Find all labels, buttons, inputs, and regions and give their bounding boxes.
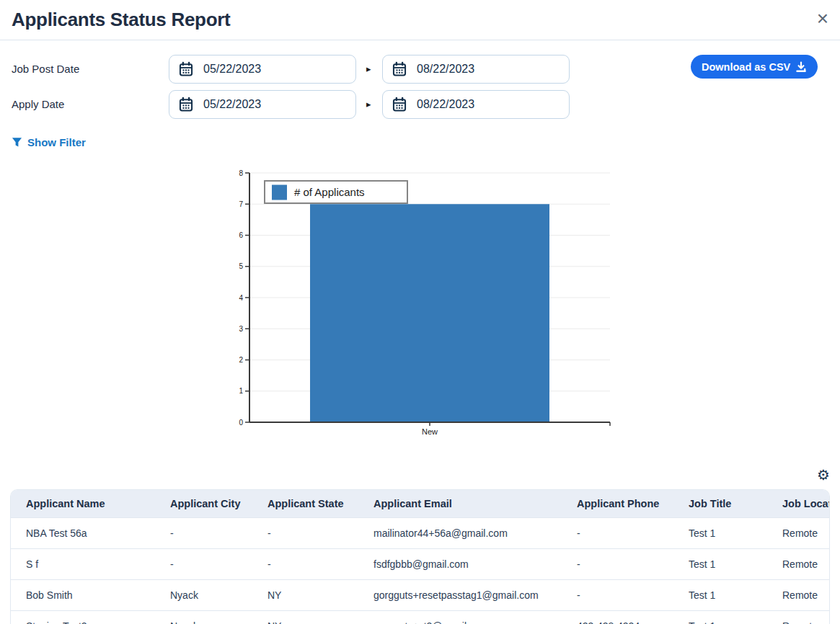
table-cell: Test 1: [674, 610, 768, 624]
filter-icon: [12, 137, 22, 148]
table-cell: Remote: [768, 517, 830, 548]
show-filter-label: Show Filter: [27, 136, 86, 148]
range-arrow-icon: ▸: [366, 63, 371, 74]
table-cell: Staging Test2: [11, 610, 156, 624]
table-cell: NBA Test 56a: [11, 517, 156, 548]
dialog-header: Applicants Status Report ×: [0, 0, 840, 40]
close-icon[interactable]: ×: [817, 7, 828, 30]
table-cell: -: [156, 517, 253, 548]
table-row: Bob SmithNyackNYgorgguts+resetpasstag1@g…: [11, 579, 830, 610]
date-value: 08/22/2023: [417, 63, 474, 76]
table-cell: -: [562, 579, 674, 610]
table-cell: Nyack: [156, 610, 253, 624]
download-csv-label: Download as CSV: [702, 61, 790, 73]
table-cell: fsdfgbbb@gmail.com: [359, 548, 562, 579]
svg-text:0: 0: [239, 419, 243, 427]
range-arrow-icon: ▸: [366, 99, 371, 110]
column-header: Applicant Phone: [562, 490, 674, 517]
table-row: NBA Test 56a--mailinator44+56a@gmail.com…: [11, 517, 830, 548]
column-header: Applicant Email: [359, 490, 562, 517]
svg-text:2: 2: [239, 356, 243, 364]
column-header: Job Title: [674, 490, 768, 517]
table-cell: Remote: [768, 610, 830, 624]
svg-text:5: 5: [239, 262, 243, 270]
svg-text:3: 3: [239, 325, 243, 333]
calendar-icon: [392, 97, 407, 112]
job-post-date-label: Job Post Date: [12, 63, 79, 75]
show-filter-toggle[interactable]: Show Filter: [12, 136, 86, 148]
table-cell: -: [562, 548, 674, 579]
date-value: 05/22/2023: [203, 98, 261, 111]
svg-text:New: New: [422, 427, 438, 436]
table-cell: Test 1: [674, 517, 768, 548]
svg-text:8: 8: [239, 169, 243, 177]
job-post-date-start-input[interactable]: 05/22/2023: [169, 55, 356, 84]
table-header-row: Applicant NameApplicant CityApplicant St…: [11, 490, 830, 517]
table-body: NBA Test 56a--mailinator44+56a@gmail.com…: [11, 517, 830, 624]
table-cell: 423-438-4324: [562, 610, 674, 624]
table-header: Applicant NameApplicant CityApplicant St…: [11, 490, 830, 517]
table-cell: mailinator44+56a@gmail.com: [359, 517, 562, 548]
applicants-status-report-dialog: Applicants Status Report × Job Post Date…: [0, 0, 840, 624]
table-cell: -: [156, 548, 253, 579]
column-header: Applicant City: [156, 490, 253, 517]
column-header: Job Location: [768, 490, 830, 517]
date-value: 08/22/2023: [417, 98, 474, 111]
calendar-icon: [178, 97, 194, 112]
table-cell: Bob Smith: [11, 579, 156, 610]
download-csv-button[interactable]: Download as CSV: [691, 55, 818, 79]
chart-canvas: 012345678New# of Applicants: [231, 167, 620, 441]
table-cell: Nyack: [156, 579, 253, 610]
table-cell: -: [562, 517, 674, 548]
applicants-table: Applicant NameApplicant CityApplicant St…: [11, 490, 830, 624]
table-cell: Remote: [768, 579, 830, 610]
applicants-table-container: Applicant NameApplicant CityApplicant St…: [10, 489, 830, 624]
table-cell: Remote: [768, 548, 830, 579]
svg-text:7: 7: [239, 200, 243, 208]
download-icon: [795, 61, 807, 73]
table-cell: gorgguts+resetpasstag1@gmail.com: [359, 579, 562, 610]
table-cell: NY: [253, 579, 359, 610]
table-cell: Test 1: [674, 548, 768, 579]
svg-text:6: 6: [239, 231, 243, 239]
table-cell: gorgguts+st2@gmail.com: [359, 610, 562, 624]
job-post-date-end-input[interactable]: 08/22/2023: [382, 55, 570, 84]
apply-date-start-input[interactable]: 05/22/2023: [169, 90, 356, 119]
date-value: 05/22/2023: [203, 63, 261, 76]
table-cell: NY: [253, 610, 359, 624]
table-cell: -: [253, 548, 359, 579]
table-cell: -: [253, 517, 359, 548]
column-header: Applicant Name: [11, 490, 156, 517]
table-cell: S f: [11, 548, 156, 579]
applicants-bar-chart: 012345678New# of Applicants: [231, 167, 620, 441]
page-title: Applicants Status Report: [12, 9, 230, 31]
svg-text:1: 1: [239, 387, 243, 395]
table-row: Staging Test2NyackNYgorgguts+st2@gmail.c…: [11, 610, 830, 624]
apply-date-label: Apply Date: [12, 98, 64, 110]
svg-text:4: 4: [239, 294, 243, 302]
calendar-icon: [392, 61, 407, 77]
column-header: Applicant State: [253, 490, 359, 517]
svg-text:# of Applicants: # of Applicants: [294, 186, 365, 198]
table-settings-gear-icon[interactable]: ⚙: [817, 468, 830, 482]
table-row: S f--fsdfgbbb@gmail.com-Test 1Remote: [11, 548, 830, 579]
apply-date-end-input[interactable]: 08/22/2023: [382, 90, 570, 119]
calendar-icon: [178, 61, 194, 77]
table-cell: Test 1: [674, 579, 768, 610]
